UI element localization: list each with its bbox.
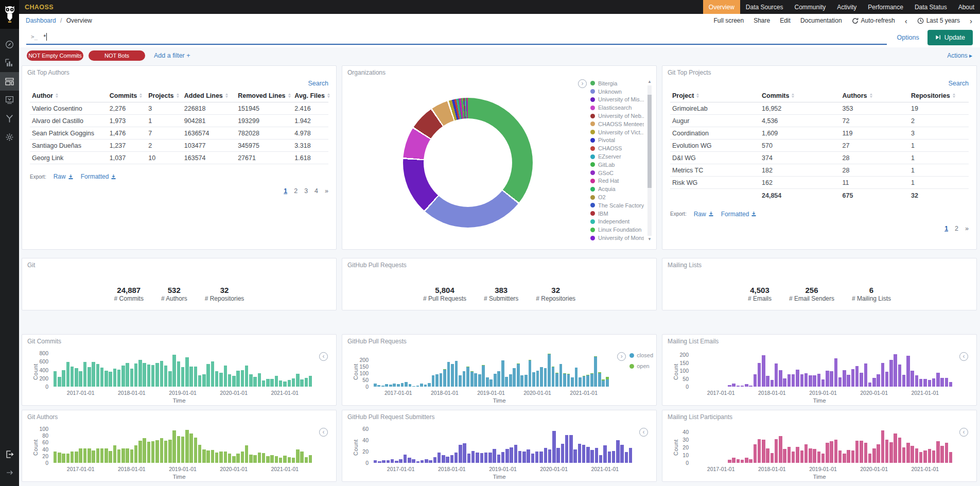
- bar[interactable]: [100, 353, 103, 387]
- bar[interactable]: [459, 353, 462, 387]
- bar[interactable]: [754, 429, 757, 463]
- bar[interactable]: [775, 353, 778, 387]
- bar[interactable]: [936, 353, 939, 387]
- bar[interactable]: [531, 429, 534, 463]
- bar[interactable]: [540, 353, 543, 387]
- bar[interactable]: [202, 353, 205, 387]
- export-formatted-link[interactable]: Formatted: [721, 211, 757, 218]
- bar[interactable]: [872, 353, 876, 387]
- bar[interactable]: [919, 353, 922, 387]
- bar[interactable]: [288, 353, 291, 387]
- bar[interactable]: [109, 429, 112, 463]
- bar[interactable]: [405, 353, 408, 387]
- column-header-repositories[interactable]: Repositories: [909, 91, 969, 102]
- scrollbar-track[interactable]: [647, 85, 652, 236]
- bar[interactable]: [385, 353, 388, 387]
- bar[interactable]: [766, 429, 769, 463]
- bar[interactable]: [694, 353, 697, 387]
- bar[interactable]: [612, 429, 615, 463]
- bar[interactable]: [881, 429, 884, 463]
- bar[interactable]: [283, 429, 286, 463]
- bar[interactable]: [58, 353, 61, 387]
- bar[interactable]: [800, 353, 803, 387]
- bar[interactable]: [762, 353, 765, 387]
- table-row[interactable]: Evolution WG570271: [670, 140, 969, 152]
- bar[interactable]: [275, 429, 278, 463]
- bar[interactable]: [305, 429, 308, 463]
- bar[interactable]: [949, 353, 952, 387]
- bar[interactable]: [586, 353, 589, 387]
- sidebar-item-dashboard[interactable]: [0, 72, 19, 91]
- bar[interactable]: [164, 429, 167, 463]
- bar[interactable]: [711, 429, 714, 463]
- legend-item-open[interactable]: open: [629, 363, 653, 369]
- bar[interactable]: [130, 429, 133, 463]
- bar[interactable]: [66, 429, 69, 463]
- bar[interactable]: [830, 353, 833, 387]
- bar[interactable]: [561, 429, 564, 463]
- bar[interactable]: [219, 429, 222, 463]
- bar[interactable]: [813, 429, 816, 463]
- bar[interactable]: [582, 429, 585, 463]
- bar[interactable]: [416, 353, 419, 387]
- bar[interactable]: [480, 429, 483, 463]
- bar[interactable]: [771, 429, 774, 463]
- bar[interactable]: [443, 353, 446, 387]
- bar[interactable]: [940, 353, 943, 387]
- table-row[interactable]: Alvaro del Castillo1,97319042811932991.9…: [30, 115, 328, 127]
- bar[interactable]: [548, 353, 551, 387]
- bar[interactable]: [206, 353, 209, 387]
- org-legend-item-bitergia[interactable]: Bitergia: [590, 79, 644, 88]
- bar[interactable]: [809, 429, 812, 463]
- bar[interactable]: [792, 429, 795, 463]
- bar[interactable]: [497, 429, 500, 463]
- bar[interactable]: [113, 353, 116, 387]
- bar[interactable]: [702, 353, 705, 387]
- bar[interactable]: [198, 429, 201, 463]
- nav-item-data-sources[interactable]: Data Sources: [740, 0, 789, 14]
- bar[interactable]: [420, 353, 423, 387]
- column-header-projects[interactable]: Projects: [146, 91, 182, 102]
- org-legend-item-acquia[interactable]: Acquia: [590, 185, 644, 193]
- column-header-added-lines[interactable]: Added Lines: [182, 91, 236, 102]
- bar[interactable]: [75, 429, 78, 463]
- bar[interactable]: [826, 353, 829, 387]
- bar[interactable]: [109, 353, 112, 387]
- nav-item-data-status[interactable]: Data Status: [909, 0, 953, 14]
- scroll-down-icon[interactable]: ▼: [647, 237, 652, 242]
- export-raw-link[interactable]: Raw: [694, 211, 714, 218]
- bar[interactable]: [520, 353, 523, 387]
- bar[interactable]: [911, 429, 914, 463]
- bar[interactable]: [409, 353, 412, 387]
- bar[interactable]: [292, 429, 295, 463]
- bar[interactable]: [387, 429, 390, 463]
- bar[interactable]: [851, 353, 854, 387]
- bar[interactable]: [771, 353, 774, 387]
- nav-item-overview[interactable]: Overview: [703, 0, 740, 14]
- bar[interactable]: [262, 429, 265, 463]
- bar[interactable]: [391, 429, 394, 463]
- bar[interactable]: [838, 429, 842, 463]
- bar[interactable]: [96, 353, 99, 387]
- bar[interactable]: [885, 429, 888, 463]
- bar[interactable]: [745, 429, 748, 463]
- bar[interactable]: [421, 429, 424, 463]
- bar[interactable]: [544, 353, 547, 387]
- bar[interactable]: [860, 429, 863, 463]
- bar[interactable]: [548, 429, 551, 463]
- bar[interactable]: [126, 429, 129, 463]
- legend-scrollbar[interactable]: ▲ ▼: [647, 79, 652, 242]
- bar[interactable]: [851, 429, 854, 463]
- bar[interactable]: [463, 429, 466, 463]
- bar[interactable]: [847, 429, 850, 463]
- legend-collapse-icon[interactable]: ›: [578, 79, 587, 88]
- page-1[interactable]: 1: [944, 225, 948, 232]
- bar[interactable]: [228, 429, 231, 463]
- org-legend-item-gitlab[interactable]: GitLab: [590, 161, 644, 169]
- bar[interactable]: [160, 429, 163, 463]
- bar[interactable]: [484, 429, 487, 463]
- bar[interactable]: [185, 353, 188, 387]
- bar[interactable]: [796, 353, 799, 387]
- bar[interactable]: [945, 429, 948, 463]
- toolbar-full-screen[interactable]: Full screen: [713, 17, 744, 24]
